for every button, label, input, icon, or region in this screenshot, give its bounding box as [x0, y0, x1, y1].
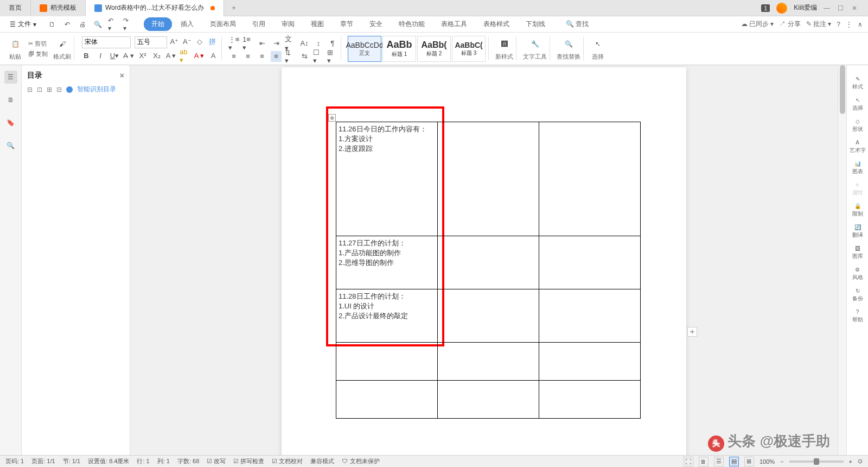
fit-icon[interactable]: ⊙	[858, 458, 863, 465]
tab-home[interactable]: 首页	[0, 0, 31, 16]
view-page-icon[interactable]: ▤	[729, 457, 739, 466]
search-button[interactable]: 🔍 查找	[566, 20, 589, 29]
line-spacing-icon[interactable]: ⇅ ▾	[285, 51, 296, 62]
save-icon[interactable]: 🗋	[47, 20, 57, 29]
sb-proof[interactable]: ☑ 文档校对	[272, 457, 303, 465]
ribbon-tab-start[interactable]: 开始	[144, 17, 172, 31]
rr-help[interactable]: ?帮助	[849, 309, 866, 324]
align-justify-icon[interactable]: ≡	[271, 51, 282, 62]
table-cell[interactable]: 11.26日今日的工作内容有： 1.方案设计 2.进度跟踪	[336, 122, 438, 236]
numbering-icon[interactable]: 1≡ ▾	[242, 38, 253, 49]
scrollbar-thumb[interactable]	[840, 65, 845, 114]
align-center-icon[interactable]: ≡	[242, 51, 253, 62]
view-print-icon[interactable]: 🗎	[699, 457, 709, 466]
sb-words[interactable]: 字数: 68	[177, 457, 199, 465]
rr-translate[interactable]: 🔄翻译	[849, 224, 866, 239]
undo-icon[interactable]: ↶ ▾	[108, 20, 118, 29]
sb-revise[interactable]: ☑ 改写	[207, 457, 226, 465]
close-outline-icon[interactable]: ×	[120, 71, 124, 80]
strikethrough-button[interactable]: A̶ ▾	[123, 51, 134, 61]
style-normal[interactable]: AaBbCcDd正文	[348, 36, 381, 62]
font-color-button[interactable]: A ▾	[194, 51, 205, 61]
bullets-icon[interactable]: ⋮≡ ▾	[228, 38, 239, 49]
ribbon-tab-section[interactable]: 章节	[333, 17, 361, 31]
ribbon-tab-tablestyle[interactable]: 表格样式	[476, 17, 517, 31]
view-fullscreen-icon[interactable]: ⛶	[684, 457, 693, 466]
align-left-icon[interactable]: ≡	[228, 51, 239, 62]
minimize-button[interactable]: —	[824, 4, 831, 12]
print-icon[interactable]: 🖨	[78, 20, 87, 29]
sb-section[interactable]: 节: 1/1	[63, 457, 80, 465]
new-style-icon[interactable]: 🅰	[497, 36, 512, 52]
add-row-button[interactable]: ＋	[687, 327, 697, 337]
tab-daoke[interactable]: 稻壳模板	[31, 0, 86, 16]
copy-button[interactable]: 🗐 复制	[28, 50, 48, 58]
sb-unprotect[interactable]: 🛡 文档未保护	[342, 457, 379, 465]
ribbon-tab-review[interactable]: 审阅	[274, 17, 302, 31]
clear-format-icon[interactable]: ◇	[194, 36, 205, 47]
select-icon[interactable]: ↖	[590, 36, 605, 52]
table-cell[interactable]	[539, 236, 641, 289]
table-cell[interactable]	[539, 343, 641, 381]
table-cell[interactable]: 11.28日工作的计划： 1.UI 的设计 2.产品设计最终的敲定	[336, 289, 438, 343]
rr-style[interactable]: ✎样式	[849, 76, 866, 91]
shading-icon[interactable]: ☐ ▾	[313, 51, 324, 62]
bookmark-icon[interactable]: 🔖	[4, 116, 17, 129]
sb-row[interactable]: 行: 1	[137, 457, 149, 465]
preview-icon[interactable]: 🔍	[93, 20, 103, 29]
ribbon-tab-layout[interactable]: 页面布局	[202, 17, 244, 31]
borders-icon[interactable]: ⊞ ▾	[327, 51, 338, 62]
collapse-ribbon-icon[interactable]: ∧	[858, 21, 863, 28]
notification-badge[interactable]: 1	[761, 4, 770, 12]
ribbon-tab-insert[interactable]: 插入	[173, 17, 201, 31]
redo-icon[interactable]: ↷ ▾	[123, 20, 133, 29]
sb-pageno[interactable]: 页码: 1	[5, 457, 24, 465]
page-icon[interactable]: 🗎	[4, 93, 17, 106]
superscript-button[interactable]: X²	[137, 51, 148, 61]
outline-icon[interactable]: ☰	[4, 71, 17, 84]
zoom-slider[interactable]	[789, 460, 844, 463]
new-tab-button[interactable]: ＋	[224, 3, 244, 12]
help-icon[interactable]: ?	[837, 21, 840, 28]
document-canvas[interactable]: ✥ 11.26日今日的工作内容有： 1.方案设计 2.进度跟踪 11.27日工作…	[130, 65, 838, 455]
smart-outline-link[interactable]: 智能识别目录	[77, 85, 116, 94]
rr-restrict[interactable]: 🔒限制	[849, 203, 866, 218]
maximize-button[interactable]: ☐	[838, 4, 845, 12]
size-select[interactable]	[135, 36, 167, 48]
sb-page[interactable]: 页面: 1/1	[31, 457, 55, 465]
text-tool-icon[interactable]: 🔧	[527, 36, 542, 52]
avatar[interactable]	[776, 3, 787, 14]
zoom-label[interactable]: 100%	[760, 458, 775, 465]
table-cell[interactable]	[539, 122, 641, 236]
text-effect-button[interactable]: A ▾	[165, 51, 176, 61]
style-h1[interactable]: AaBb标题 1	[382, 36, 416, 62]
increase-font-icon[interactable]: A⁺	[169, 36, 180, 47]
rr-gallery[interactable]: 🖼图库	[849, 245, 866, 260]
decrease-font-icon[interactable]: A⁻	[182, 36, 193, 47]
ribbon-tab-view[interactable]: 视图	[303, 17, 331, 31]
table-cell[interactable]	[438, 236, 539, 289]
bold-button[interactable]: B	[81, 51, 92, 61]
close-button[interactable]: ✕	[852, 4, 859, 12]
style-h3[interactable]: AaBbC(标题 3	[452, 36, 486, 62]
collapse-all-icon[interactable]: ⊡	[37, 86, 42, 93]
indent-increase-icon[interactable]: ⇥	[271, 38, 282, 49]
subscript-button[interactable]: X₂	[151, 51, 162, 61]
sb-compat[interactable]: 兼容模式	[310, 457, 334, 465]
underline-button[interactable]: U ▾	[109, 51, 120, 61]
undo-icon[interactable]: ↶	[62, 20, 72, 29]
table-cell[interactable]	[539, 289, 641, 343]
align-right-icon[interactable]: ≡	[257, 51, 267, 62]
cut-button[interactable]: ✂ 剪切	[28, 40, 48, 48]
paragraph-mark-icon[interactable]: ¶	[327, 38, 338, 49]
zoom-icon[interactable]: 🔍	[4, 139, 17, 152]
indent-decrease-icon[interactable]: ⇤	[257, 38, 267, 49]
char-shading-button[interactable]: A	[208, 51, 219, 61]
format-painter-icon[interactable]: 🖌	[55, 36, 70, 52]
rr-property[interactable]: ≡属性	[849, 182, 866, 197]
zoom-in-icon[interactable]: +	[849, 458, 852, 465]
expand-all-icon[interactable]: ⊟	[27, 86, 33, 93]
font-select[interactable]	[82, 36, 131, 48]
vertical-scrollbar[interactable]	[838, 65, 846, 455]
remove-heading-icon[interactable]: ⊟	[56, 86, 62, 93]
